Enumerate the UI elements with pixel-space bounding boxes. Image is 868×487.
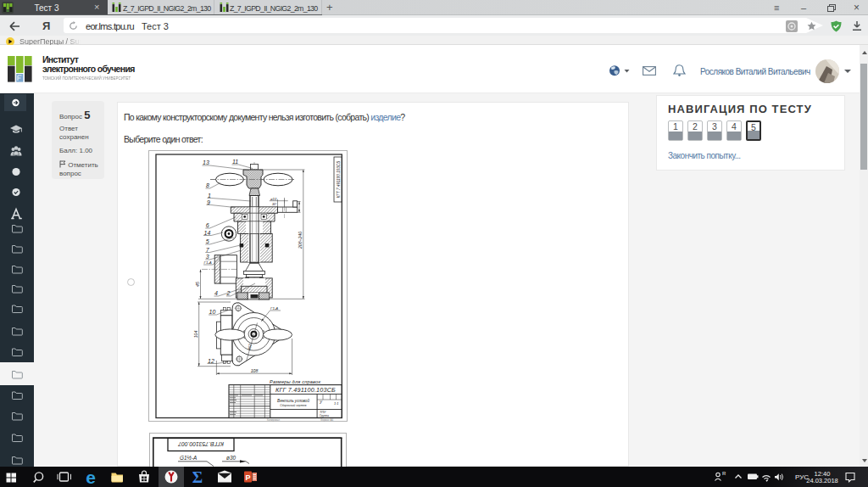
svg-text:КГГ 7.491100.103СБ: КГГ 7.491100.103СБ <box>275 386 336 394</box>
svg-text:45: 45 <box>195 282 200 287</box>
svg-text:Г1-А: Г1-А <box>204 260 212 265</box>
svg-text:8: 8 <box>206 182 209 188</box>
svg-text:1:1: 1:1 <box>334 401 339 406</box>
svg-text:G1½-A: G1½-A <box>180 455 197 461</box>
svg-text:13: 13 <box>203 160 209 165</box>
svg-text:Размеры для справок: Размеры для справок <box>270 379 320 384</box>
svg-text:e: e <box>86 467 96 487</box>
svg-text:4: 4 <box>214 290 218 296</box>
svg-text:КГГВ.753100.007: КГГВ.753100.007 <box>178 441 224 447</box>
svg-text:R: R <box>722 471 726 476</box>
svg-text:Сборочный чертеж: Сборочный чертеж <box>280 404 307 407</box>
svg-text:208÷240: 208÷240 <box>298 232 303 249</box>
svg-text:9: 9 <box>207 199 210 205</box>
svg-text:6: 6 <box>206 222 209 228</box>
svg-text:3: 3 <box>206 254 209 260</box>
svg-text:30°: 30° <box>272 203 277 206</box>
svg-text:104: 104 <box>193 331 198 339</box>
svg-text:Копировал: Копировал <box>267 418 280 422</box>
svg-text:ø30: ø30 <box>226 455 236 461</box>
svg-text:108: 108 <box>251 368 259 373</box>
svg-text:12: 12 <box>208 358 214 364</box>
svg-text:Группа: Группа <box>320 414 329 417</box>
svg-text:Г1-А: Г1-А <box>270 306 278 311</box>
svg-text:Вентиль угловой: Вентиль угловой <box>277 398 309 403</box>
svg-text:5: 5 <box>206 238 209 244</box>
svg-text:24.03.2018: 24.03.2018 <box>806 477 838 484</box>
svg-text:Формат А4: Формат А4 <box>320 418 333 422</box>
svg-text:14: 14 <box>204 230 211 236</box>
svg-text:ø10: ø10 <box>270 197 277 201</box>
svg-text:11: 11 <box>232 159 238 165</box>
svg-text:КГТ 7.491100.103СБ: КГТ 7.491100.103СБ <box>337 161 341 198</box>
svg-text:2: 2 <box>226 290 231 296</box>
svg-text:Σ: Σ <box>192 468 203 486</box>
svg-text:1: 1 <box>208 193 211 199</box>
svg-text:10: 10 <box>209 309 216 315</box>
svg-text:P: P <box>245 473 250 482</box>
